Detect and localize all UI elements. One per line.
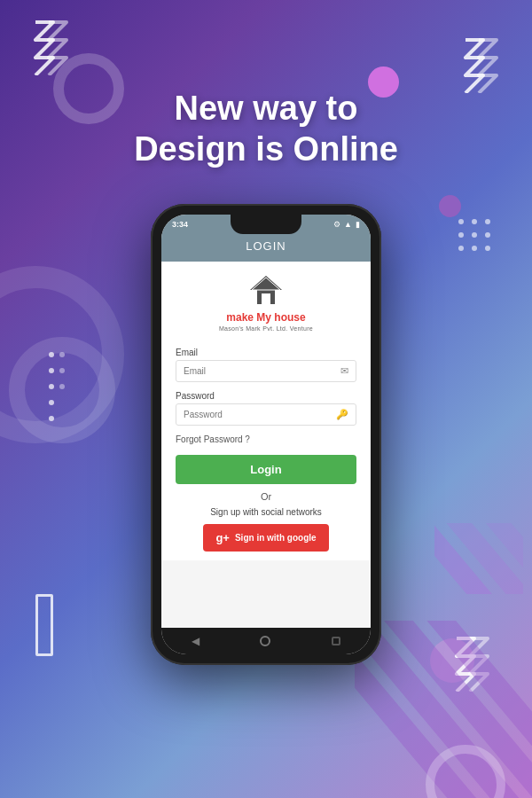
- svg-point-1: [472, 219, 477, 224]
- svg-point-8: [485, 246, 490, 251]
- svg-point-4: [472, 232, 477, 238]
- phone-nav-bar: ◀: [161, 628, 371, 654]
- svg-point-14: [59, 352, 65, 357]
- phone-mockup: 3:34 ⚙ ▲ ▮ LOGIN: [151, 204, 381, 665]
- logo-icon: make My house Mason's Mark Pvt. Ltd. Ven…: [170, 274, 362, 332]
- nav-back-icon[interactable]: ◀: [192, 635, 200, 647]
- svg-point-16: [59, 384, 65, 389]
- phone-notch: [231, 215, 301, 234]
- dots-pattern: [452, 213, 505, 287]
- email-label: Email: [176, 348, 356, 357]
- email-input-row[interactable]: ✉: [176, 360, 356, 382]
- gear-icon: ⚙: [333, 220, 340, 229]
- svg-point-3: [458, 232, 464, 238]
- status-icons: ⚙ ▲ ▮: [333, 220, 360, 229]
- deco-rect-bottomleft: [35, 594, 53, 656]
- phone-outer-shell: 3:34 ⚙ ▲ ▮ LOGIN: [151, 204, 381, 665]
- svg-point-0: [458, 219, 464, 224]
- deco-mid-right: [434, 523, 523, 594]
- wifi-icon: ▲: [344, 220, 352, 229]
- headline-line2: Design is Online: [0, 129, 532, 170]
- svg-point-13: [49, 416, 54, 421]
- password-input[interactable]: [184, 410, 336, 419]
- logo-tagline: Mason's Mark Pvt. Ltd. Venture: [219, 325, 313, 332]
- password-label: Password: [176, 391, 356, 401]
- login-header: LOGIN: [161, 234, 371, 262]
- headline: New way to Design is Online: [0, 89, 532, 169]
- zigzag-topleft: [27, 18, 75, 75]
- or-divider: Or: [176, 491, 356, 502]
- logo-make: make: [226, 311, 256, 324]
- svg-point-7: [472, 246, 477, 251]
- google-icon: g+: [215, 531, 230, 544]
- svg-rect-18: [262, 293, 270, 304]
- phone-screen: 3:34 ⚙ ▲ ▮ LOGIN: [161, 215, 371, 654]
- google-button-label: Sign in with google: [235, 533, 317, 543]
- nav-recents-button[interactable]: [332, 637, 340, 645]
- or-text: Or: [261, 491, 271, 502]
- logo-my: My: [256, 311, 271, 324]
- svg-point-2: [485, 219, 490, 224]
- left-dots: [43, 346, 69, 429]
- password-input-row[interactable]: 🔑: [176, 403, 356, 426]
- nav-home-button[interactable]: [260, 636, 270, 646]
- svg-point-10: [49, 368, 54, 373]
- login-button[interactable]: Login: [176, 455, 356, 484]
- status-time: 3:34: [172, 220, 188, 229]
- svg-point-11: [49, 384, 54, 389]
- google-button-wrapper: g+ Sign in with google: [176, 524, 356, 552]
- app-logo-area: make My house Mason's Mark Pvt. Ltd. Ven…: [161, 262, 371, 339]
- social-networks-text: Sign up with social networks: [176, 507, 356, 517]
- forgot-password-link[interactable]: Forgot Password ?: [176, 434, 356, 444]
- logo-house: house: [271, 311, 306, 324]
- login-title: LOGIN: [246, 239, 286, 253]
- zigzag-topright: [457, 35, 505, 93]
- svg-point-6: [458, 246, 464, 251]
- battery-icon: ▮: [356, 220, 360, 229]
- key-icon: 🔑: [336, 409, 348, 420]
- login-form: Email ✉ Password 🔑 Forgot Password ? Log…: [161, 339, 371, 560]
- svg-point-5: [485, 232, 490, 238]
- google-signin-button[interactable]: g+ Sign in with google: [203, 524, 328, 552]
- svg-point-9: [49, 352, 54, 357]
- svg-point-15: [59, 368, 65, 373]
- headline-line1: New way to: [0, 89, 532, 129]
- email-icon: ✉: [340, 365, 348, 377]
- svg-point-12: [49, 400, 54, 405]
- email-input[interactable]: [184, 366, 340, 376]
- logo-text: make My house: [226, 311, 305, 324]
- house-icon: [248, 274, 284, 309]
